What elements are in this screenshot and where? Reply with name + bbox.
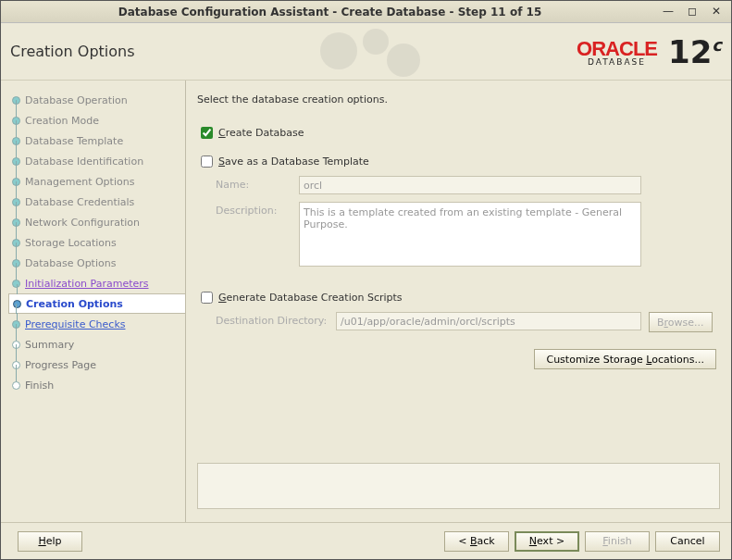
- wizard-step-database-template[interactable]: Database Template: [8, 131, 185, 151]
- wizard-step-prerequisite-checks[interactable]: Prerequisite Checks: [8, 314, 185, 334]
- instruction-text: Select the database creation options.: [197, 93, 720, 106]
- wizard-step-label: Creation Options: [26, 298, 123, 310]
- create-database-option[interactable]: Create Database: [197, 124, 720, 142]
- header: Creation Options ORACLE DATABASE 12c: [1, 23, 731, 81]
- generate-scripts-option[interactable]: Generate Database Creation Scripts: [197, 289, 720, 306]
- cancel-button[interactable]: Cancel: [655, 531, 720, 552]
- template-name-label: Name:: [216, 176, 299, 191]
- wizard-step-label: Summary: [25, 339, 74, 351]
- destination-input: [336, 312, 641, 330]
- gears-watermark-icon: [311, 23, 496, 81]
- wizard-step-label: Database Template: [25, 135, 123, 147]
- create-database-checkbox[interactable]: [201, 127, 213, 139]
- wizard-step-summary: Summary: [8, 334, 185, 355]
- destination-label: Destination Directory:: [216, 312, 336, 327]
- template-desc-label: Description:: [216, 202, 299, 217]
- wizard-step-storage-locations[interactable]: Storage Locations: [8, 232, 185, 253]
- brand-version: 12c: [668, 33, 722, 70]
- wizard-step-label: Progress Page: [25, 359, 96, 371]
- wizard-step-creation-options[interactable]: Creation Options: [8, 293, 186, 314]
- wizard-step-database-identification[interactable]: Database Identification: [8, 151, 185, 171]
- wizard-step-label: Database Options: [25, 257, 116, 269]
- destination-row: Destination Directory: Browse...: [216, 312, 720, 332]
- wizard-step-label: Management Options: [25, 176, 134, 188]
- save-template-option[interactable]: Save as a Database Template: [197, 153, 720, 170]
- wizard-step-label: Storage Locations: [25, 237, 117, 249]
- minimize-icon[interactable]: —: [659, 5, 677, 19]
- template-desc-textarea: [299, 202, 641, 267]
- wizard-step-creation-mode[interactable]: Creation Mode: [8, 110, 185, 131]
- titlebar: Database Configuration Assistant - Creat…: [1, 1, 731, 23]
- wizard-step-label: Finish: [25, 380, 54, 392]
- back-button[interactable]: < Back: [444, 531, 509, 552]
- close-icon[interactable]: ✕: [707, 5, 726, 19]
- window: Database Configuration Assistant - Creat…: [0, 0, 732, 560]
- browse-button: Browse...: [649, 312, 713, 332]
- svg-point-1: [363, 29, 389, 55]
- finish-button: Finish: [585, 531, 650, 552]
- wizard-step-label: Database Credentials: [25, 196, 134, 208]
- footer: Help < Back Next > Finish Cancel: [1, 522, 731, 559]
- customize-storage-button[interactable]: Customize Storage Locations...: [534, 349, 716, 369]
- generate-scripts-label: Generate Database Creation Scripts: [218, 292, 403, 304]
- wizard-step-label: Database Identification: [25, 156, 143, 168]
- maximize-icon[interactable]: ◻: [683, 5, 701, 19]
- wizard-step-finish: Finish: [8, 375, 185, 395]
- page-title: Creation Options: [10, 43, 135, 60]
- save-template-label: Save as a Database Template: [218, 156, 369, 168]
- message-area: [197, 463, 720, 509]
- create-database-label: Create Database: [218, 127, 304, 139]
- wizard-step-label: Network Configuration: [25, 217, 140, 229]
- wizard-step-initialization-parameters[interactable]: Initialization Parameters: [8, 273, 185, 293]
- wizard-step-database-credentials[interactable]: Database Credentials: [8, 192, 185, 212]
- main-panel: Select the database creation options. Cr…: [186, 81, 731, 522]
- wizard-step-database-operation[interactable]: Database Operation: [8, 90, 185, 110]
- help-button[interactable]: Help: [18, 531, 82, 552]
- template-name-row: Name:: [216, 176, 720, 194]
- brand-subtext: DATABASE: [588, 57, 646, 67]
- wizard-step-label: Prerequisite Checks: [25, 318, 125, 330]
- wizard-steps-sidebar: Database OperationCreation ModeDatabase …: [1, 81, 186, 522]
- wizard-step-database-options[interactable]: Database Options: [8, 253, 185, 273]
- wizard-step-label: Creation Mode: [25, 115, 99, 127]
- next-button[interactable]: Next >: [515, 531, 579, 552]
- wizard-step-network-configuration[interactable]: Network Configuration: [8, 212, 185, 232]
- window-title: Database Configuration Assistant - Creat…: [6, 6, 653, 19]
- svg-point-0: [320, 32, 357, 69]
- brand-logo: ORACLE DATABASE 12c: [577, 33, 722, 70]
- svg-point-2: [387, 44, 420, 77]
- wizard-step-progress-page: Progress Page: [8, 355, 185, 375]
- wizard-step-label: Database Operation: [25, 94, 128, 106]
- template-desc-row: Description:: [216, 202, 720, 267]
- save-template-checkbox[interactable]: [201, 156, 213, 168]
- wizard-step-management-options[interactable]: Management Options: [8, 171, 185, 192]
- generate-scripts-checkbox[interactable]: [201, 292, 213, 304]
- template-name-input: [299, 176, 641, 194]
- wizard-step-label: Initialization Parameters: [25, 278, 149, 290]
